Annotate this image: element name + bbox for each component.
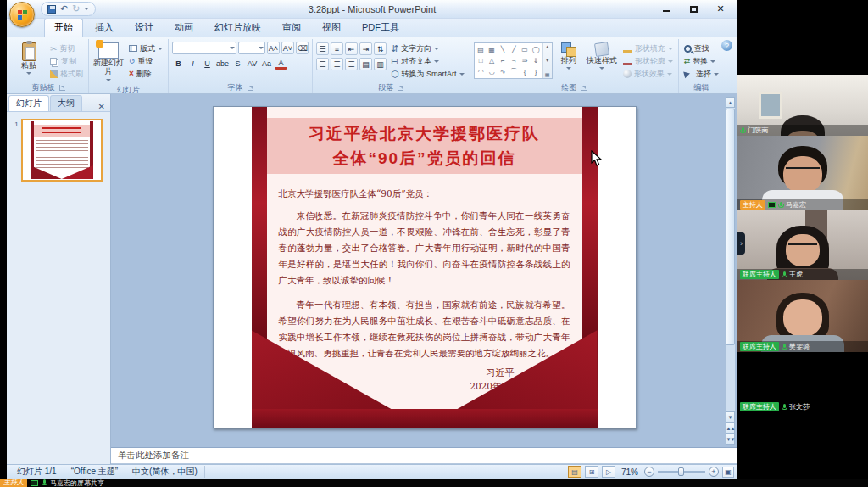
- quick-styles-button[interactable]: 快速样式: [585, 40, 619, 73]
- format-painter-button[interactable]: 格式刷: [48, 68, 85, 80]
- shape-icon[interactable]: ╲: [501, 46, 505, 53]
- reset-button[interactable]: ↺重设: [127, 55, 164, 67]
- maximize-button[interactable]: [682, 3, 705, 16]
- replace-button[interactable]: ⇄替换: [682, 55, 721, 67]
- tab-outline[interactable]: 大纲: [50, 95, 82, 111]
- notes-area[interactable]: 单击此处添加备注: [111, 447, 737, 464]
- grow-font-button[interactable]: A˄: [267, 42, 280, 54]
- fit-to-window-button[interactable]: ▣: [722, 467, 734, 478]
- change-case-button[interactable]: Aa: [260, 57, 273, 70]
- shapes-scroll[interactable]: ▲▼▦: [542, 43, 552, 78]
- align-text-button[interactable]: ⊟对齐文本: [389, 55, 466, 67]
- previous-slide-button[interactable]: ▲▲: [726, 423, 735, 434]
- scroll-down-icon[interactable]: ▼: [726, 411, 735, 423]
- bullets-button[interactable]: ☰: [316, 42, 329, 55]
- participant-tile[interactable]: 联席主持人 王虎: [737, 210, 868, 280]
- shape-icon[interactable]: ⇒: [522, 57, 528, 64]
- tab-view[interactable]: 视图: [313, 19, 350, 37]
- new-slide-dropdown-icon[interactable]: [106, 79, 111, 84]
- line-spacing-button[interactable]: ⇅: [374, 42, 387, 55]
- qat-dropdown-icon[interactable]: [84, 8, 89, 13]
- dialog-launcher-icon[interactable]: [248, 85, 253, 91]
- shrink-font-button[interactable]: A˅: [281, 42, 294, 54]
- zoom-out-button[interactable]: −: [644, 467, 654, 477]
- slide-thumbnail[interactable]: [21, 119, 103, 182]
- convert-smartart-button[interactable]: ⬡转换为 SmartArt: [389, 68, 466, 80]
- shape-icon[interactable]: ◡: [489, 68, 495, 76]
- columns-button[interactable]: ▥: [374, 58, 387, 70]
- shape-icon[interactable]: ◠: [478, 68, 484, 76]
- scroll-up-icon[interactable]: ▲: [726, 97, 735, 108]
- tab-animations[interactable]: 动画: [165, 19, 203, 37]
- align-center-button[interactable]: ☰: [331, 58, 343, 70]
- tab-slides-thumbnails[interactable]: 幻灯片: [8, 95, 49, 111]
- slide-sorter-button[interactable]: ⊞: [585, 466, 598, 478]
- shape-effects-button[interactable]: 形状效果: [621, 68, 675, 80]
- paste-dropdown-icon[interactable]: [26, 72, 31, 77]
- help-icon[interactable]: ?: [721, 40, 732, 51]
- bold-button[interactable]: B: [172, 57, 185, 70]
- cut-button[interactable]: ✂剪切: [48, 42, 85, 54]
- participant-tile[interactable]: 主持人 马嘉宏: [737, 136, 868, 210]
- tab-review[interactable]: 审阅: [273, 19, 310, 37]
- shape-icon[interactable]: ▦: [488, 46, 495, 53]
- shape-icon[interactable]: {: [524, 68, 526, 76]
- find-button[interactable]: 查找: [682, 42, 721, 54]
- font-name-combo[interactable]: [172, 42, 236, 54]
- shape-icon[interactable]: △: [489, 57, 494, 64]
- dialog-launcher-icon[interactable]: [398, 85, 403, 91]
- participant-tile[interactable]: 联席主持人 张文莎: [737, 352, 868, 479]
- shape-icon[interactable]: ▤: [477, 46, 484, 53]
- pane-close-icon[interactable]: ✕: [95, 102, 108, 111]
- underline-button[interactable]: U: [201, 57, 214, 70]
- zoom-slider-thumb[interactable]: [678, 467, 684, 476]
- shape-icon[interactable]: }: [535, 68, 537, 76]
- dialog-launcher-icon[interactable]: [59, 85, 65, 91]
- shapes-gallery[interactable]: ▤▦╲╱▭◯ □△⌐¬⇒⇓ ◠◡∿⌒{} ▲▼▦: [474, 42, 553, 79]
- shape-outline-button[interactable]: 形状轮廓: [621, 55, 675, 67]
- tab-slideshow[interactable]: 幻灯片放映: [205, 19, 270, 37]
- font-color-button[interactable]: A: [275, 57, 287, 70]
- numbering-button[interactable]: ≡: [331, 42, 343, 55]
- zoom-level[interactable]: 71%: [619, 467, 641, 477]
- shape-icon[interactable]: ⇓: [533, 57, 539, 64]
- tab-pdf-tools[interactable]: PDF工具: [353, 19, 409, 37]
- zoom-in-button[interactable]: +: [709, 467, 719, 477]
- shape-icon[interactable]: ⌐: [501, 57, 505, 64]
- save-icon[interactable]: [47, 5, 56, 14]
- shape-fill-button[interactable]: 形状填充: [621, 42, 675, 54]
- increase-indent-button[interactable]: ⇥: [359, 42, 372, 55]
- slideshow-button[interactable]: ▷: [602, 466, 615, 478]
- tab-design[interactable]: 设计: [125, 19, 163, 37]
- shape-icon[interactable]: ╱: [512, 46, 516, 53]
- new-slide-button[interactable]: 新建幻灯片: [92, 40, 125, 85]
- scrollbar-track[interactable]: [726, 108, 735, 411]
- shape-icon[interactable]: ▭: [521, 46, 528, 53]
- char-spacing-button[interactable]: AV: [246, 57, 259, 70]
- close-button[interactable]: ✕: [709, 3, 732, 16]
- shape-icon[interactable]: □: [479, 57, 483, 64]
- strikethrough-button[interactable]: abe: [215, 57, 230, 70]
- participant-tile[interactable]: 联席主持人 樊雯璐: [737, 280, 868, 352]
- italic-button[interactable]: I: [186, 57, 199, 70]
- slide-canvas-area[interactable]: 习近平给北京大学援鄂医疗队 全体“90后”党员的回信 北京大学援鄂医疗队全体“9…: [111, 94, 737, 447]
- normal-view-button[interactable]: ▤: [568, 466, 581, 478]
- shape-icon[interactable]: ⌒: [510, 67, 517, 76]
- decrease-indent-button[interactable]: ⇤: [345, 42, 358, 55]
- participant-tile[interactable]: 门陕南: [737, 75, 868, 136]
- shape-icon[interactable]: ◯: [532, 46, 540, 53]
- tab-home[interactable]: 开始: [44, 18, 83, 37]
- redo-icon[interactable]: ↻: [72, 4, 80, 14]
- text-direction-button[interactable]: ⇵文字方向: [389, 42, 466, 54]
- shape-icon[interactable]: ∿: [500, 68, 506, 76]
- select-button[interactable]: 选择: [682, 68, 721, 80]
- dialog-launcher-icon[interactable]: [581, 85, 587, 91]
- arrange-button[interactable]: 排列: [555, 40, 582, 73]
- justify-button[interactable]: ▤: [359, 58, 372, 70]
- layout-button[interactable]: 版式: [127, 42, 164, 54]
- language-indicator[interactable]: 中文(简体，中国): [125, 466, 205, 478]
- align-left-button[interactable]: ☰: [316, 58, 329, 70]
- zoom-slider[interactable]: [658, 471, 705, 473]
- vertical-scrollbar[interactable]: ▲ ▼ ▲▲ ▼▼: [725, 96, 736, 445]
- slide[interactable]: 习近平给北京大学援鄂医疗队 全体“90后”党员的回信 北京大学援鄂医疗队全体“9…: [213, 106, 637, 428]
